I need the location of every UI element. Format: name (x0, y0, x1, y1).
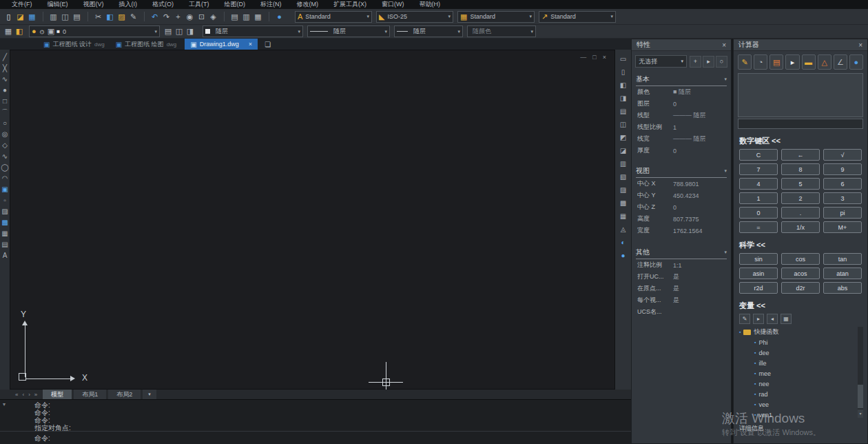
separator[interactable] (264, 12, 269, 21)
angle-icon[interactable]: △ (818, 54, 831, 70)
new-file-icon[interactable]: ▯ (3, 11, 14, 23)
variable-item[interactable]: ▪ille (739, 358, 862, 368)
section-header-misc[interactable]: 其他▾ (636, 248, 727, 259)
ellipse-icon[interactable]: ◯ (1, 162, 8, 173)
intersection-icon[interactable]: ∠ (834, 54, 847, 70)
property-row[interactable]: 线型比例1 (632, 121, 731, 133)
layer-previous-icon[interactable]: ◫ (174, 26, 185, 37)
numpad-key[interactable]: 5 (781, 178, 820, 190)
menu-item[interactable]: 扩展工具(X) (326, 0, 374, 9)
numpad-key[interactable]: . (781, 207, 820, 219)
numpad-key[interactable]: M+ (823, 221, 862, 233)
new-tab-button[interactable]: ❏ (258, 39, 278, 50)
zoom-window-icon[interactable]: ⊡ (196, 11, 207, 23)
edit-variable-icon[interactable]: ▸ (753, 314, 764, 324)
designcenter-icon[interactable]: ▥ (240, 11, 252, 23)
property-row[interactable]: UCS名... (632, 306, 731, 318)
layout-tab[interactable]: 模型 (43, 390, 72, 399)
close-icon[interactable]: × (722, 41, 726, 49)
hatch-icon[interactable]: ▨ (1, 206, 8, 217)
select-objects-icon[interactable]: ▸ (703, 56, 714, 68)
zoom-realtime-icon[interactable]: ◉ (184, 11, 196, 23)
plotstyle-dropdown[interactable]: 随颜色 ▾ (467, 26, 536, 37)
close-icon[interactable]: × (858, 41, 862, 49)
get-coordinates-icon[interactable]: ▸ (785, 54, 799, 70)
stretch-icon[interactable]: ▥ (620, 157, 626, 170)
toggle-pickadd-icon[interactable]: + (690, 56, 701, 68)
rectangle-icon[interactable]: □ (3, 96, 7, 107)
menu-item[interactable]: 窗口(W) (374, 0, 412, 9)
command-input[interactable]: 命令: (34, 434, 50, 443)
polygon-icon[interactable]: ◇ (2, 140, 8, 151)
layout-nav-arrow-icon[interactable]: « (15, 392, 18, 398)
numpad-key[interactable]: C (739, 149, 778, 161)
layout-more-button[interactable]: ▾ (143, 390, 156, 399)
layout-nav-arrow-icon[interactable]: » (34, 392, 37, 398)
scrollbar-down-icon[interactable]: ▾ (858, 410, 863, 418)
layout-nav-arrow-icon[interactable]: ‹ (22, 392, 24, 398)
menu-item[interactable]: 修改(M) (289, 0, 327, 9)
scrollbar-thumb[interactable] (858, 385, 863, 408)
property-row[interactable]: 注释比例1:1 (632, 259, 731, 271)
move-icon[interactable]: ◫ (620, 118, 626, 131)
numpad-key[interactable]: ← (781, 149, 820, 161)
property-row[interactable]: 线宽——— 随层 (632, 133, 731, 145)
mirror-icon[interactable]: ◧ (620, 79, 626, 92)
scientific-header[interactable]: 科学 << (739, 240, 863, 250)
scientific-key[interactable]: acos (781, 268, 820, 279)
make-layer-current-icon[interactable]: ▤ (163, 26, 174, 37)
chamfer-icon[interactable]: ▦ (620, 210, 626, 223)
scientific-key[interactable]: tan (823, 253, 862, 265)
property-row[interactable]: 中心 Z0 (632, 201, 731, 213)
numpad-key[interactable]: 1/x (781, 221, 820, 233)
layer-states-icon[interactable]: ◧ (14, 26, 25, 37)
numpad-key[interactable]: 0 (739, 207, 778, 219)
polyline-icon[interactable]: ∿ (2, 74, 8, 85)
region-icon[interactable]: ▦ (1, 228, 8, 239)
property-row[interactable]: 颜色■ 随层 (632, 86, 731, 98)
dim-style-dropdown[interactable]: ◣ ISO-25 ▾ (376, 11, 453, 23)
cut-icon[interactable]: ✂ (92, 11, 104, 23)
insert-block-icon[interactable]: ▣ (1, 184, 8, 195)
variables-folder-row[interactable]: ▪ 快捷函数 (739, 327, 862, 337)
copy-icon[interactable]: ◧ (104, 11, 116, 23)
table-style-dropdown[interactable]: ▦ Standard ▾ (457, 11, 535, 23)
toolpalette-icon[interactable]: ▦ (252, 11, 264, 23)
property-row[interactable]: 打开UC...是 (632, 271, 731, 283)
scientific-key[interactable]: atan (823, 268, 862, 279)
help-circle-icon[interactable]: ● (849, 54, 863, 70)
menu-item[interactable]: 文件(F) (4, 0, 40, 9)
ellipse-arc-icon[interactable]: ◠ (2, 173, 8, 184)
variable-item[interactable]: ▪mee (739, 368, 862, 379)
tree-scrollbar[interactable]: ▾ (858, 327, 863, 418)
menu-item[interactable]: 标注(N) (253, 0, 289, 9)
property-row[interactable]: 每个视...是 (632, 294, 731, 306)
copy-object-icon[interactable]: ▯ (621, 65, 626, 79)
variable-item[interactable]: ▪rad (739, 389, 862, 399)
layer-dropdown[interactable]: ● ☼ ▣ ■ 0 ▾ (29, 26, 160, 37)
scientific-key[interactable]: r2d (739, 282, 778, 294)
separator[interactable] (83, 12, 88, 21)
property-row[interactable]: 中心 X788.9801 (632, 178, 731, 190)
numpad-key[interactable]: 6 (823, 178, 862, 190)
match-properties-icon[interactable]: ✎ (127, 11, 139, 23)
linetype-dropdown[interactable]: 随层 ▾ (307, 26, 390, 37)
offset-icon[interactable]: ◨ (620, 92, 626, 105)
close-icon[interactable]: × (603, 54, 606, 61)
layer-isolate-icon[interactable]: ◨ (185, 26, 196, 37)
text-style-dropdown[interactable]: A Standard ▾ (295, 11, 372, 23)
scientific-key[interactable]: asin (739, 268, 778, 279)
trim-icon[interactable]: ▧ (620, 170, 626, 183)
paste-icon[interactable]: ▨ (116, 11, 127, 23)
rotate-icon[interactable]: ◩ (620, 131, 626, 144)
property-row[interactable]: 在原点...是 (632, 283, 731, 294)
variable-item[interactable]: ▪vee (739, 399, 862, 410)
separator[interactable] (38, 12, 43, 21)
erase-icon[interactable]: ▭ (620, 52, 626, 65)
draworder-icon[interactable]: ◐ (621, 236, 625, 249)
scientific-key[interactable]: sin (739, 253, 778, 265)
layer-properties-icon[interactable]: ▦ (3, 26, 14, 37)
gradient-icon[interactable]: ▩ (1, 217, 8, 228)
property-row[interactable]: 宽度1762.1564 (632, 225, 731, 236)
mtext-icon[interactable]: A (3, 250, 8, 261)
